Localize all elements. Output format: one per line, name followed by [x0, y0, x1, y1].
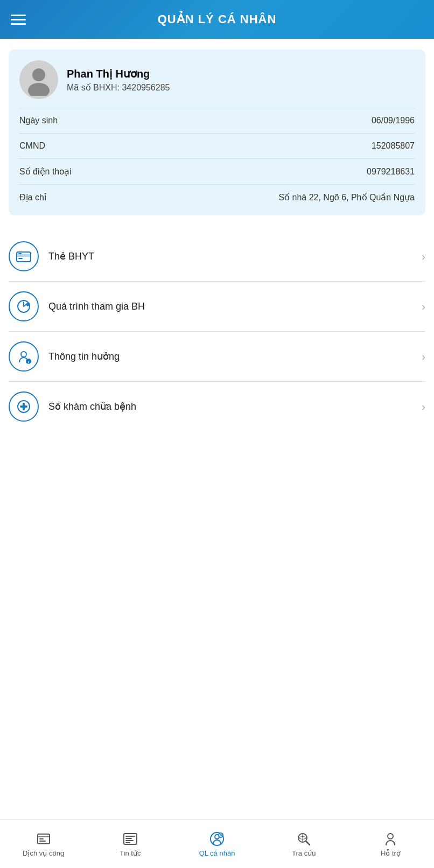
- header-title: QUẢN LÝ CÁ NHÂN: [158, 12, 277, 26]
- menu-list: Thẻ BHYT › Quá trình tham gia BH › i: [9, 232, 425, 431]
- profile-name: Phan Thị Hương: [67, 67, 170, 80]
- svg-point-0: [32, 68, 45, 81]
- bottom-nav: Dịch vụ công Tin tức QL cá nhân: [0, 820, 434, 868]
- ngaysinh-label: Ngày sinh: [19, 116, 58, 125]
- tra-cuu-label: Tra cứu: [292, 849, 316, 857]
- profile-row-ngaysinh: Ngày sinh 06/09/1996: [19, 108, 415, 134]
- svg-rect-5: [18, 253, 22, 254]
- address-label: Địa chỉ: [19, 192, 46, 202]
- ql-ca-nhan-icon: [209, 831, 225, 847]
- thong-tin-icon: i: [15, 348, 32, 365]
- so-kham-icon-circle: [9, 391, 39, 422]
- tra-cuu-icon: [296, 831, 312, 847]
- ho-tro-label: Hỗ trợ: [381, 849, 401, 857]
- menu-item-so-kham[interactable]: Sổ khám chữa bệnh ›: [9, 382, 425, 431]
- svg-rect-12: [20, 405, 27, 408]
- the-bhyt-chevron: ›: [422, 250, 425, 263]
- thong-tin-chevron: ›: [422, 351, 425, 363]
- bhxh-label: Mã số BHXH:: [67, 83, 120, 92]
- dich-vu-cong-label: Dịch vụ công: [23, 849, 64, 857]
- qua-trinh-icon: [15, 298, 32, 315]
- svg-rect-3: [17, 254, 31, 257]
- phone-value: 0979218631: [367, 167, 415, 177]
- svg-rect-15: [39, 838, 44, 839]
- ql-ca-nhan-label: QL cá nhân: [199, 849, 235, 857]
- profile-bhxh: Mã số BHXH: 3420956285: [67, 82, 170, 93]
- thong-tin-label: Thông tin hưởng: [48, 351, 412, 362]
- svg-point-7: [21, 352, 26, 357]
- phone-label: Số điện thoại: [19, 166, 72, 177]
- menu-item-thong-tin[interactable]: i Thông tin hưởng ›: [9, 332, 425, 382]
- svg-rect-18: [125, 836, 135, 837]
- svg-point-30: [388, 834, 393, 839]
- svg-line-28: [306, 841, 310, 845]
- nav-item-dich-vu-cong[interactable]: Dịch vụ công: [0, 831, 87, 857]
- svg-rect-16: [39, 841, 46, 842]
- profile-row-phone: Số điện thoại 0979218631: [19, 159, 415, 185]
- bhxh-value: 3420956285: [122, 83, 170, 92]
- menu-item-the-bhyt[interactable]: Thẻ BHYT ›: [9, 232, 425, 282]
- qua-trinh-icon-circle: [9, 291, 39, 321]
- ngaysinh-value: 06/09/1996: [372, 116, 415, 125]
- svg-rect-20: [125, 840, 134, 841]
- menu-item-qua-trinh[interactable]: Quá trình tham gia BH ›: [9, 282, 425, 332]
- so-kham-label: Sổ khám chữa bệnh: [48, 401, 412, 412]
- thong-tin-icon-circle: i: [9, 341, 39, 372]
- cmnd-value: 152085807: [372, 141, 415, 151]
- header: QUẢN LÝ CÁ NHÂN: [0, 0, 434, 39]
- nav-item-ho-tro[interactable]: Hỗ trợ: [347, 831, 434, 857]
- svg-point-1: [28, 83, 50, 96]
- svg-rect-4: [18, 258, 23, 259]
- menu-icon[interactable]: [11, 15, 26, 25]
- so-kham-chevron: ›: [422, 401, 425, 413]
- profile-row-address: Địa chỉ Số nhà 22, Ngõ 6, Phố Quần Ngựa: [19, 185, 415, 210]
- ho-tro-icon: [382, 831, 398, 847]
- profile-row-cmnd: CMND 152085807: [19, 134, 415, 159]
- address-value: Số nhà 22, Ngõ 6, Phố Quần Ngựa: [278, 192, 415, 202]
- profile-info: Phan Thị Hương Mã số BHXH: 3420956285: [67, 67, 170, 93]
- cmnd-label: CMND: [19, 141, 45, 151]
- tin-tuc-label: Tin tức: [120, 849, 141, 857]
- nav-item-tra-cuu[interactable]: Tra cứu: [261, 831, 347, 857]
- svg-rect-21: [125, 842, 130, 843]
- the-bhyt-label: Thẻ BHYT: [48, 250, 412, 262]
- svg-text:i: i: [28, 360, 29, 365]
- qua-trinh-chevron: ›: [422, 300, 425, 313]
- profile-card: Phan Thị Hương Mã số BHXH: 3420956285 Ng…: [9, 50, 425, 215]
- avatar: [19, 60, 58, 99]
- profile-header: Phan Thị Hương Mã số BHXH: 3420956285: [19, 60, 415, 108]
- qua-trinh-label: Quá trình tham gia BH: [48, 301, 412, 312]
- the-bhyt-icon-circle: [9, 241, 39, 271]
- dich-vu-cong-icon: [36, 831, 52, 847]
- nav-item-ql-ca-nhan[interactable]: QL cá nhân: [173, 831, 260, 857]
- the-bhyt-icon: [15, 248, 32, 265]
- so-kham-icon: [15, 398, 32, 415]
- nav-item-tin-tuc[interactable]: Tin tức: [87, 831, 173, 857]
- tin-tuc-icon: [122, 831, 138, 847]
- svg-rect-19: [125, 838, 132, 839]
